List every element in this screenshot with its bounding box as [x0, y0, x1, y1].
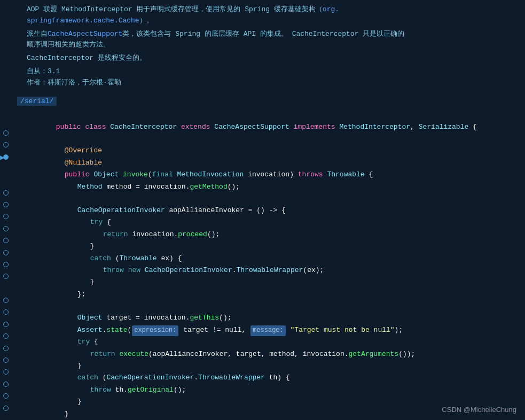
comment-line-5: CacheInterceptor 是线程安全的。	[27, 53, 516, 64]
comment-line-4: 顺序调用相关的超类方法。	[27, 40, 516, 51]
comment-line-1: AOP 联盟 MethodInterceptor 用于声明式缓存管理，使用常见的…	[27, 4, 516, 15]
breakpoint-throw-wrapper[interactable]	[3, 250, 9, 255]
breakpoint-close4[interactable]	[3, 382, 9, 387]
breakpoint-invoker-decl[interactable]	[3, 190, 9, 196]
breakpoint-close-invoker[interactable]	[3, 274, 9, 279]
close-brace-2: }	[0, 265, 525, 276]
method-line: Method method = invocation.getMethod();	[0, 169, 525, 181]
return-proceed-line: return invocation.proceed();	[0, 216, 525, 228]
breakpoint-target[interactable]	[3, 298, 9, 303]
close-brace-4: }	[0, 384, 525, 396]
breakpoint-close-method[interactable]	[3, 393, 9, 399]
throw-original-line: throw th.getOriginal();	[0, 372, 525, 384]
invoker-decl-line: CacheOperationInvoker aopAllianceInvoker…	[0, 193, 525, 205]
blank-line-2	[0, 181, 525, 193]
breakpoint-close1[interactable]	[3, 226, 9, 231]
breakpoint-close2[interactable]	[3, 262, 9, 267]
close-invoker-line: };	[0, 276, 525, 288]
breakpoint-assert[interactable]	[3, 309, 9, 315]
blank-line-1	[0, 121, 525, 133]
blank-content-3	[27, 289, 525, 301]
breakpoint-nullable[interactable]	[3, 142, 9, 147]
breakpoint-catch-throwable[interactable]	[3, 238, 9, 243]
override-line: @Override	[0, 133, 525, 145]
target-line: Object target = invocation.getThis();	[0, 300, 525, 312]
breakpoint-try2[interactable]	[3, 322, 9, 327]
class-declaration-line: public class CacheInterceptor extends Ca…	[0, 110, 525, 121]
serial-tag-line: /serial/	[0, 93, 525, 110]
blank-line-3	[0, 289, 525, 300]
invoke-line: ▶ public Object invoke(final MethodInvoc…	[0, 157, 525, 169]
blank-content-1	[27, 121, 525, 134]
catch-throwable-line: catch (Throwable ex) {	[0, 240, 525, 252]
blank-content-2	[27, 181, 525, 193]
try-line-1: try {	[0, 205, 525, 216]
breakpoint-return-execute[interactable]	[3, 333, 9, 339]
comment-line-2: springframework.cache.Cache）。	[27, 15, 516, 27]
breakpoint-close-class[interactable]	[3, 406, 9, 411]
breakpoint-return-proceed[interactable]	[3, 214, 9, 219]
assert-line: Assert.state(expression: target != null,…	[0, 312, 525, 324]
breakpoint-catch-wrapper[interactable]	[3, 357, 9, 363]
try-line-2: try {	[0, 324, 525, 336]
return-execute-line: return execute(aopAllianceInvoker, targe…	[0, 336, 525, 348]
breakpoint-try1[interactable]	[3, 202, 9, 207]
comment-line-3: 派生自CacheAspectSupport类，该类包含与 Spring 的底层缓…	[27, 29, 516, 40]
editor-container: AOP 联盟 MethodInterceptor 用于声明式缓存管理，使用常见的…	[0, 0, 525, 420]
serial-tag: /serial/	[17, 97, 57, 106]
breakpoint-throw-original[interactable]	[3, 369, 9, 375]
close-brace-3: }	[0, 348, 525, 360]
comment-section: AOP 联盟 MethodInterceptor 用于声明式缓存管理，使用常见的…	[0, 0, 525, 93]
catch-wrapper-line: catch (CacheOperationInvoker.ThrowableWr…	[0, 360, 525, 372]
comment-line-7: 作者：科斯汀洛，于尔根·霍勒	[27, 77, 516, 89]
comment-line-6: 自从：3.1	[27, 66, 516, 77]
branding: CSDN @MichelleChung	[442, 406, 516, 414]
breakpoint-close3[interactable]	[3, 346, 9, 351]
breakpoint-override[interactable]	[3, 130, 9, 136]
close-brace-1: }	[0, 229, 525, 240]
throw-wrapper-line: throw new CacheOperationInvoker.Throwabl…	[0, 253, 525, 265]
breakpoint-invoke[interactable]	[3, 154, 9, 160]
nullable-line: @Nullable	[0, 145, 525, 157]
